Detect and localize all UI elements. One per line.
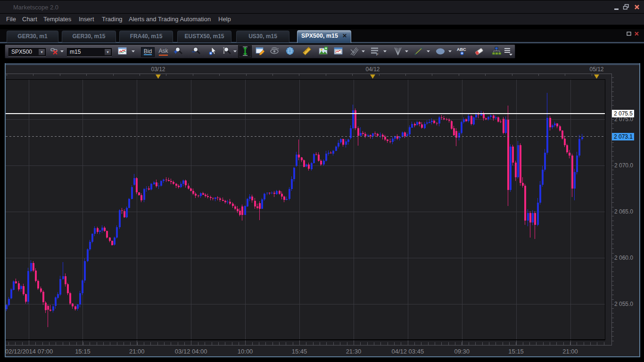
svg-text:05/12: 05/12: [589, 66, 603, 73]
svg-text:09:30: 09:30: [454, 348, 470, 355]
svg-text:21:00: 21:00: [129, 348, 145, 355]
svg-text:21:30: 21:30: [346, 348, 362, 355]
svg-text:10:00: 10:00: [238, 348, 253, 355]
svg-text:21:00: 21:00: [562, 348, 578, 355]
svg-text:03/12 04:00: 03/12 04:00: [175, 348, 207, 355]
svg-text:2 073.1: 2 073.1: [614, 133, 633, 140]
svg-text:04/12: 04/12: [365, 66, 380, 73]
svg-text:15:15: 15:15: [508, 348, 524, 355]
svg-text:03/12: 03/12: [151, 66, 165, 73]
svg-text:2 055.0: 2 055.0: [614, 301, 633, 307]
svg-text:15:45: 15:45: [292, 348, 307, 355]
svg-text:2 060.0: 2 060.0: [614, 255, 633, 261]
svg-text:04/12 03:45: 04/12 03:45: [391, 348, 424, 355]
svg-text:2 070.0: 2 070.0: [614, 162, 633, 169]
svg-text:F: F: [376, 52, 379, 57]
svg-text:2 075.5: 2 075.5: [614, 110, 633, 117]
svg-text:ABC: ABC: [457, 47, 466, 52]
svg-text:2 065.0: 2 065.0: [614, 208, 633, 215]
svg-text:02/12/2014 07:00: 02/12/2014 07:00: [5, 348, 53, 355]
svg-text:15:15: 15:15: [75, 348, 91, 355]
